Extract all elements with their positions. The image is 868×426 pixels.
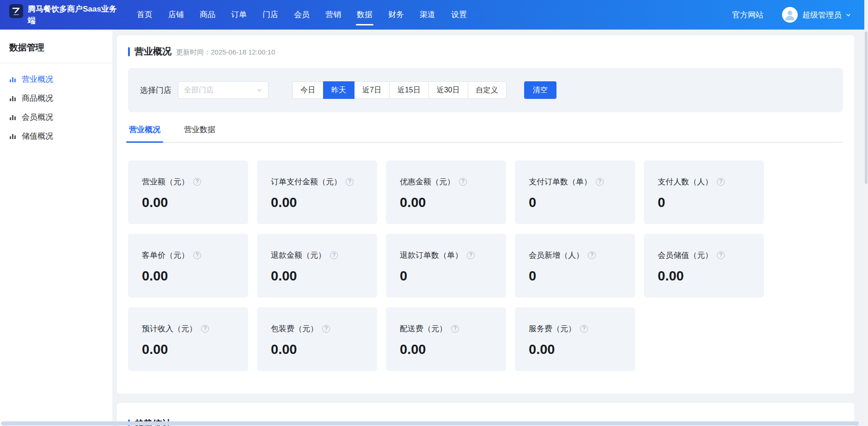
help-icon[interactable]: ? [330, 251, 338, 259]
vertical-scrollbar[interactable] [864, 0, 868, 426]
stat-card: 预计收入（元） ? 0.00 [128, 307, 248, 371]
stat-value: 0.00 [271, 342, 371, 357]
stat-label: 预计收入（元） [142, 323, 197, 334]
vertical-scrollbar-thumb[interactable] [865, 31, 868, 184]
help-icon[interactable]: ? [193, 251, 201, 259]
chevron-down-icon [257, 87, 263, 93]
stat-label-row: 会员新增（人） ? [529, 250, 629, 261]
horizontal-scrollbar[interactable] [0, 421, 868, 426]
stat-card: 支付人数（人） ? 0 [644, 160, 764, 224]
stat-label: 退款订单数（单） [400, 250, 463, 261]
stat-label: 会员新增（人） [529, 250, 584, 261]
stat-label: 服务费（元） [529, 323, 576, 334]
stat-value: 0.00 [271, 268, 371, 284]
sidebar-item-label: 商品概况 [22, 93, 53, 103]
clear-button[interactable]: 清空 [524, 81, 556, 99]
nav-item[interactable]: 店铺 [167, 0, 185, 30]
help-icon[interactable]: ? [193, 178, 201, 186]
page-title: 营业概况 [134, 45, 171, 58]
sidebar-item[interactable]: 营业概况 [0, 70, 112, 89]
stat-label: 营业额（元） [142, 176, 189, 187]
official-site-link[interactable]: 官方网站 [732, 10, 764, 20]
horizontal-scrollbar-thumb[interactable] [1, 421, 859, 426]
help-icon[interactable]: ? [322, 325, 330, 333]
avatar [782, 7, 798, 23]
nav-item[interactable]: 首页 [136, 0, 153, 30]
nav-item[interactable]: 营销 [324, 0, 342, 30]
stat-value: 0.00 [271, 195, 371, 210]
bar-chart-icon [9, 114, 17, 121]
stat-label: 配送费（元） [400, 323, 447, 334]
stat-label-row: 包装费（元） ? [271, 323, 371, 334]
date-range-button[interactable]: 近30日 [428, 81, 468, 99]
date-range-button[interactable]: 近7日 [354, 81, 390, 99]
help-icon[interactable]: ? [467, 251, 475, 259]
sidebar-title: 数据管理 [0, 38, 112, 63]
stat-value: 0.00 [142, 342, 242, 357]
store-select[interactable]: 全部门店 [178, 81, 269, 99]
nav-item[interactable]: 渠道 [419, 0, 436, 30]
sidebar-item[interactable]: 商品概况 [0, 89, 112, 108]
sidebar-item[interactable]: 储值概况 [0, 127, 112, 146]
help-icon[interactable]: ? [717, 178, 725, 186]
stat-value: 0.00 [142, 195, 242, 210]
tab[interactable]: 营业概况 [128, 124, 161, 142]
main-content: 营业概况 更新时间：2025-06-18 12:00:10 选择门店 全部门店 [112, 30, 868, 426]
tab[interactable]: 营业数据 [183, 124, 216, 142]
date-range-group: 今日 昨天 近7日 近15日 近30日 自定义 [293, 81, 507, 99]
date-range-button[interactable]: 近15日 [389, 81, 429, 99]
nav-item[interactable]: 订单 [230, 0, 248, 30]
help-icon[interactable]: ? [580, 325, 588, 333]
stat-value: 0.00 [658, 268, 758, 284]
panel-title-row: 营业概况 更新时间：2025-06-18 12:00:10 [128, 45, 843, 58]
title-accent-bar [128, 47, 130, 56]
stat-card: 包装费（元） ? 0.00 [257, 307, 377, 371]
stat-label-row: 退款金额（元） ? [271, 250, 371, 261]
stat-label: 支付人数（人） [658, 176, 713, 187]
help-icon[interactable]: ? [588, 251, 596, 259]
bar-chart-icon [9, 133, 17, 140]
stat-label: 包装费（元） [271, 323, 318, 334]
help-icon[interactable]: ? [717, 251, 725, 259]
sidebar-item-label: 会员概况 [22, 112, 53, 122]
date-range-button[interactable]: 昨天 [323, 81, 355, 99]
help-icon[interactable]: ? [596, 178, 604, 186]
navbar-right: 官方网站 超级管理员 [732, 7, 851, 23]
stat-card: 服务费（元） ? 0.00 [515, 307, 635, 371]
stat-label: 退款金额（元） [271, 250, 326, 261]
sidebar-item[interactable]: 会员概况 [0, 108, 112, 127]
nav-item[interactable]: 财务 [387, 0, 405, 30]
stats-grid: 营业额（元） ? 0.00 订单支付金额（元） ? 0.00 [128, 160, 843, 371]
nav-item[interactable]: 会员 [293, 0, 311, 30]
stat-label: 优惠金额（元） [400, 176, 455, 187]
stat-value: 0.00 [142, 268, 242, 284]
nav-item[interactable]: 商品 [199, 0, 216, 30]
help-icon[interactable]: ? [459, 178, 467, 186]
help-icon[interactable]: ? [451, 325, 459, 333]
sidebar-item-label: 储值概况 [22, 131, 53, 141]
stat-label: 支付订单数（单） [529, 176, 592, 187]
help-icon[interactable]: ? [346, 178, 354, 186]
stat-label-row: 预计收入（元） ? [142, 323, 242, 334]
sidebar-item-label: 营业概况 [22, 74, 53, 85]
date-range-button[interactable]: 今日 [292, 81, 324, 99]
stat-value: 0 [658, 195, 758, 210]
nav-item[interactable]: 数据 [356, 0, 373, 30]
nav-item[interactable]: 设置 [450, 0, 468, 30]
stat-label-row: 客单价（元） ? [142, 250, 242, 261]
bar-chart-icon [9, 76, 17, 83]
stat-value: 0 [529, 195, 629, 210]
stat-label-row: 订单支付金额（元） ? [271, 176, 371, 187]
stat-label-row: 会员储值（元） ? [658, 250, 758, 261]
overview-tabs: 营业概况 营业数据 [128, 124, 843, 143]
help-icon[interactable]: ? [201, 325, 209, 333]
stat-card: 退款订单数（单） ? 0 [386, 234, 506, 298]
user-name: 超级管理员 [802, 10, 842, 20]
stat-card: 营业额（元） ? 0.00 [128, 160, 248, 224]
nav-item[interactable]: 门店 [262, 0, 279, 30]
stat-label: 客单价（元） [142, 250, 189, 261]
date-range-button[interactable]: 自定义 [468, 81, 507, 99]
stat-label-row: 服务费（元） ? [529, 323, 629, 334]
user-menu[interactable]: 超级管理员 [782, 7, 851, 23]
stat-label-row: 营业额（元） ? [142, 176, 242, 187]
